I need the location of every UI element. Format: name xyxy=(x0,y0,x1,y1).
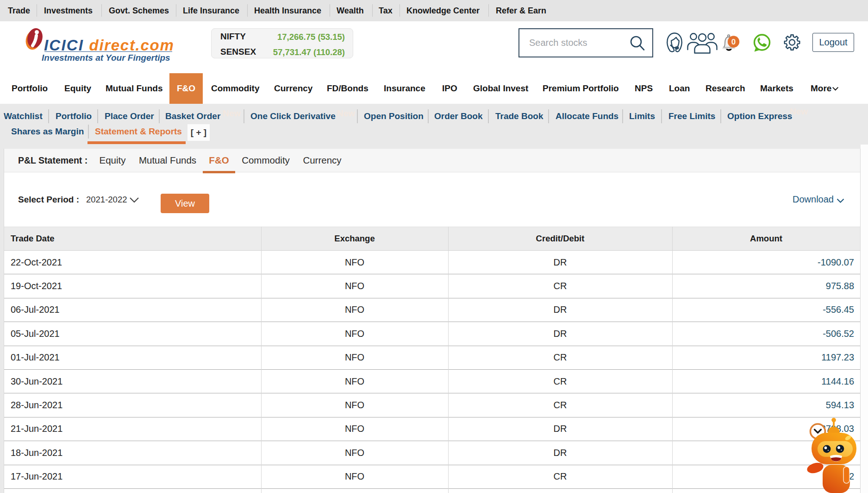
svg-text:0: 0 xyxy=(731,38,736,46)
